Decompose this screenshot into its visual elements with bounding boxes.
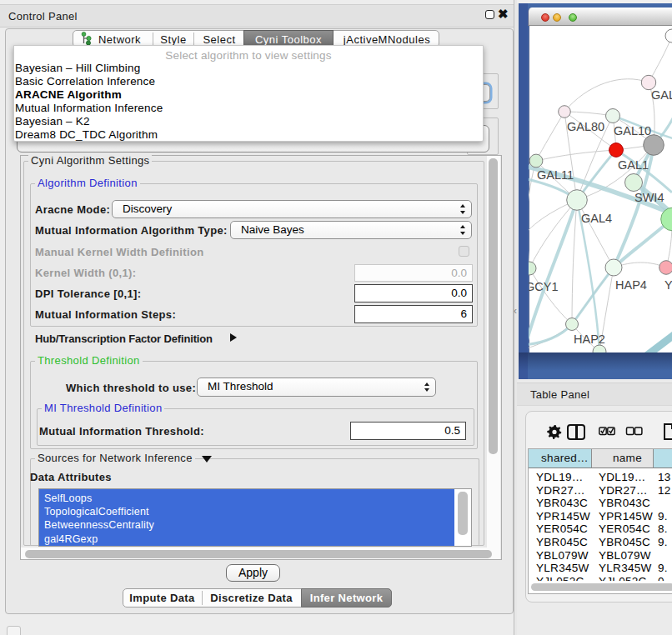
svg-text:GAL80: GAL80 — [567, 120, 604, 133]
svg-text:GCY1: GCY1 — [529, 280, 559, 293]
svg-text:HAP2: HAP2 — [574, 332, 605, 346]
svg-text:GAL1: GAL1 — [618, 158, 649, 172]
svg-text:GAL7: GAL7 — [651, 88, 672, 102]
svg-text:Y: Y — [664, 278, 672, 292]
svg-text:GAL4: GAL4 — [581, 212, 612, 225]
svg-text:GAL11: GAL11 — [537, 168, 574, 182]
svg-text:HAP4: HAP4 — [615, 278, 647, 292]
svg-text:SWI4: SWI4 — [634, 191, 664, 204]
svg-text:GAL10: GAL10 — [614, 124, 651, 138]
